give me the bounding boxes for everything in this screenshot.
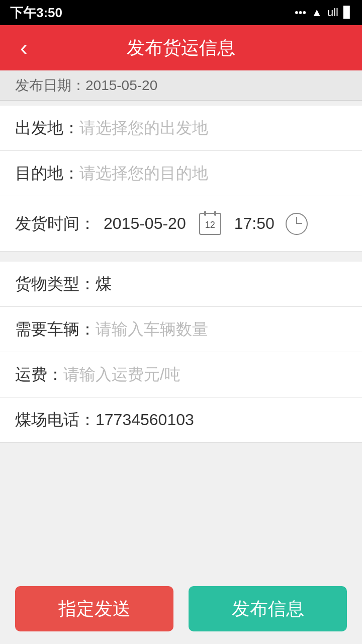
clock-hand-hour	[297, 223, 302, 224]
status-icons: ••• ▲ ull ▊	[295, 6, 352, 19]
coal-phone-value: 17734560103	[96, 411, 194, 429]
signal-dots-icon: •••	[295, 6, 306, 19]
vehicle-count-row[interactable]: 需要车辆：	[0, 307, 362, 352]
divider-spacer-1	[0, 252, 362, 262]
form-area: 出发地： 请选择您的出发地 目的地： 请选择您的目的地 发货时间： 2015-0…	[0, 106, 362, 443]
status-bar: 下午3:50 ••• ▲ ull ▊	[0, 0, 362, 25]
shipping-time-label: 发货时间：	[15, 213, 96, 235]
shipping-date-value: 2015-05-20	[104, 214, 186, 233]
cargo-type-row[interactable]: 货物类型： 煤	[0, 262, 362, 307]
calendar-icon[interactable]: 12	[199, 213, 221, 235]
destination-placeholder: 请选择您的目的地	[79, 163, 208, 185]
freight-placeholder: 请输入运费	[63, 364, 144, 386]
date-bar: 发布日期： 2015-05-20	[0, 70, 362, 101]
clock-icon[interactable]	[286, 213, 308, 235]
designate-send-button[interactable]: 指定发送	[15, 586, 173, 631]
freight-label: 运费：	[15, 364, 63, 386]
status-time: 下午3:50	[10, 4, 62, 22]
cargo-type-label: 货物类型：	[15, 273, 96, 295]
freight-suffix: 元/吨	[144, 364, 180, 386]
battery-icon: ▊	[343, 6, 352, 19]
back-button[interactable]: ‹	[15, 30, 33, 65]
vehicle-count-input[interactable]	[96, 320, 347, 339]
vehicle-count-label: 需要车辆：	[15, 318, 96, 341]
origin-label: 出发地：	[15, 117, 79, 139]
header: ‹ 发布货运信息	[0, 25, 362, 70]
page-title: 发布货运信息	[0, 36, 362, 60]
bottom-spacer	[0, 443, 362, 523]
date-label: 发布日期：	[15, 76, 85, 95]
date-value: 2015-05-20	[85, 77, 157, 94]
shipping-time-row[interactable]: 发货时间： 2015-05-20 12 17:50	[0, 196, 362, 252]
origin-placeholder: 请选择您的出发地	[79, 117, 208, 139]
coal-phone-label: 煤场电话：	[15, 409, 96, 431]
cargo-type-value: 煤	[96, 273, 112, 295]
destination-label: 目的地：	[15, 163, 79, 185]
publish-info-button[interactable]: 发布信息	[189, 586, 347, 631]
coal-phone-row: 煤场电话： 17734560103	[0, 397, 362, 443]
wifi-icon: ▲	[311, 6, 322, 19]
calendar-number: 12	[205, 220, 215, 230]
origin-row[interactable]: 出发地： 请选择您的出发地	[0, 106, 362, 151]
button-bar: 指定发送 发布信息	[0, 574, 362, 644]
cellular-icon: ull	[327, 6, 338, 19]
shipping-time-value: 17:50	[234, 214, 275, 233]
destination-row[interactable]: 目的地： 请选择您的目的地	[0, 151, 362, 196]
freight-row[interactable]: 运费： 请输入运费 元/吨	[0, 352, 362, 397]
